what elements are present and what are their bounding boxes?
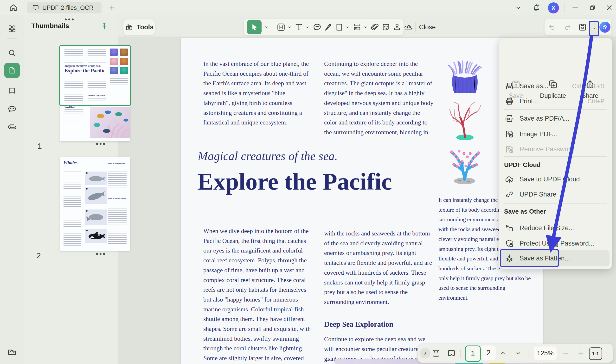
red-coral-illustration[interactable] <box>446 100 484 141</box>
page-2-button[interactable]: 2 <box>481 346 496 360</box>
monitor-icon <box>32 4 40 12</box>
reader-mode-button[interactable] <box>5 346 19 358</box>
close-window-button[interactable] <box>603 2 615 13</box>
blue-coral-illustration[interactable] <box>445 143 484 184</box>
cursor-icon <box>250 23 258 31</box>
thumb1-options-button[interactable]: ••• <box>96 140 106 148</box>
menu-item-protect-using-password[interactable]: Protect Using Password... <box>502 236 609 251</box>
pin-panel-button[interactable] <box>99 21 110 31</box>
ai-assistant-button[interactable] <box>599 22 610 33</box>
stamp-icon <box>392 22 402 32</box>
select-tool-dropdown[interactable] <box>263 24 270 30</box>
menu-item-save-as[interactable]: Save as... Ctrl+Shift+S <box>502 78 609 94</box>
previous-page-button[interactable] <box>498 348 508 358</box>
menu-item-print[interactable]: Print... Ctrl+P <box>502 93 609 109</box>
menu-item-save-as-pdfa[interactable]: PDF/A Save as PDF/A... <box>502 111 609 126</box>
redo-button[interactable] <box>562 22 573 32</box>
notifications-button[interactable] <box>530 1 542 14</box>
home-button[interactable] <box>7 1 20 14</box>
sticker-tool-button[interactable] <box>380 22 392 32</box>
comments-icon <box>7 104 17 114</box>
menu-item-label: Save as PDF/A... <box>519 115 569 122</box>
shape-tool-button[interactable] <box>334 22 345 32</box>
sidebar-item-attachments[interactable] <box>6 122 18 133</box>
text-tool-button[interactable] <box>293 22 304 32</box>
save-button[interactable] <box>577 22 588 32</box>
menu-item-save-to-updf-cloud[interactable]: Save to UPDF Cloud <box>502 171 609 187</box>
stamp-tool-button[interactable] <box>392 22 403 32</box>
comment-icon <box>312 22 322 32</box>
page-layout-button[interactable] <box>430 348 442 359</box>
text-line: When we dive deep into the bottom of the <box>203 226 311 236</box>
doc-column2-paragraph2: with the rocks and seaweeds at the botto… <box>324 229 432 307</box>
sidebar-item-search[interactable] <box>6 47 18 59</box>
thumbnail-page-2[interactable]: Whales Food of baleen whales Food of too… <box>60 157 130 251</box>
title-bar: UPDF-2-files_OCR X <box>0 0 616 15</box>
text-tool-dropdown[interactable] <box>304 24 310 30</box>
new-tab-button[interactable] <box>106 2 117 13</box>
thumb2-page-number: 2 <box>37 251 41 260</box>
anemone-illustration[interactable] <box>446 60 484 95</box>
two-page-view-icon <box>431 348 441 358</box>
measure-tool-button[interactable] <box>351 22 363 32</box>
menu-item-reduce-file-size[interactable]: Reduce File Size... <box>502 220 609 236</box>
actual-size-button[interactable]: 1:1 <box>589 347 602 360</box>
paperclip-icon <box>370 22 380 32</box>
select-tool-button[interactable] <box>247 20 262 34</box>
bottom-toolbar: 1 2 125% 1:1 <box>418 344 613 363</box>
expand-bar-button[interactable] <box>420 348 431 358</box>
remove-password-icon <box>504 144 514 154</box>
menu-divider <box>504 203 607 204</box>
thumb2-options-button[interactable]: ••• <box>96 250 106 258</box>
sidebar-item-bookmarks[interactable] <box>6 85 18 97</box>
doc-title: Explore the Pacific <box>197 168 392 195</box>
zoom-level-button[interactable]: 125% <box>534 346 557 360</box>
presentation-button[interactable] <box>446 348 457 359</box>
minimize-button[interactable] <box>569 2 581 13</box>
document-tab[interactable]: UPDF-2-files_OCR <box>27 2 101 13</box>
text-icon <box>294 22 304 32</box>
pencil-tool-button[interactable] <box>323 22 334 32</box>
measure-tool-dropdown[interactable] <box>363 24 368 30</box>
page-1-button[interactable]: 1 <box>465 346 481 362</box>
menu-item-updf-share[interactable]: UPDF Share <box>502 187 609 202</box>
tools-label: Tools <box>137 24 154 31</box>
window-menu-button[interactable] <box>513 2 524 13</box>
text-line: environment. <box>438 293 531 303</box>
undo-button[interactable] <box>546 22 557 32</box>
comment-tool-button[interactable] <box>312 22 323 32</box>
text-line: ocean, we will encounter some peculiar <box>324 69 433 79</box>
bottombar-divider <box>528 349 528 358</box>
save-options-dropdown[interactable] <box>589 21 599 36</box>
heading-tool-dropdown[interactable] <box>287 24 292 30</box>
thumb1-reef-photo <box>90 107 130 138</box>
heading-tool-button[interactable] <box>276 22 287 32</box>
next-page-button[interactable] <box>513 348 524 358</box>
zoom-in-button[interactable] <box>575 348 586 358</box>
link-icon <box>504 190 514 199</box>
signature-tool-button[interactable] <box>402 22 415 32</box>
sidebar-item-thumbnails[interactable] <box>4 63 20 78</box>
close-button[interactable]: Close <box>418 21 437 33</box>
text-line: through the coral clusters like lightnin… <box>203 344 311 353</box>
chevron-right-icon <box>422 350 428 356</box>
rail-divider <box>7 39 17 39</box>
restore-button[interactable] <box>587 2 598 13</box>
menu-item-remove-password[interactable]: Remove Password <box>502 142 609 157</box>
chevron-down-icon <box>514 4 522 12</box>
sidebar-item-apps[interactable] <box>6 23 18 35</box>
thumb2-whale-image <box>85 187 107 204</box>
account-avatar[interactable]: X <box>548 2 559 13</box>
zoom-out-button[interactable] <box>560 348 571 358</box>
thumbnail-page-1[interactable]: Magical creatures of the sea. Explore th… <box>60 45 130 141</box>
shape-tool-dropdown[interactable] <box>345 24 350 30</box>
sidebar-rail <box>0 15 24 364</box>
reduce-file-size-icon <box>504 223 514 233</box>
tools-button[interactable]: Tools <box>123 19 155 35</box>
menu-section-cloud: UPDF Cloud <box>504 161 541 169</box>
menu-item-image-pdf[interactable]: Image PDF... <box>502 126 609 142</box>
attachment-tool-button[interactable] <box>369 22 380 32</box>
sidebar-item-comments[interactable] <box>6 103 18 115</box>
pdf-page[interactable]: In the vast embrace of our blue planet, … <box>181 38 543 364</box>
doc-column1-paragraph2: When we dive deep into the bottom of the… <box>203 226 311 363</box>
